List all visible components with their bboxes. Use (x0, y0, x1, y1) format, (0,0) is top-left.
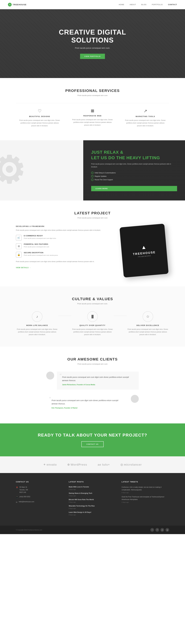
nav-about[interactable]: ABOUT (130, 4, 136, 6)
social-twitter[interactable]: t (150, 528, 154, 532)
check-icon-2 (91, 175, 94, 178)
service-responsive-web: ▦ RESPONSIVE WEB Proin iaculis purus con… (69, 106, 116, 130)
heavy-right-panel: JUST RELAX & LET US DO THE HEAVY LIFTING… (83, 140, 185, 200)
check-icon-3 (91, 178, 94, 181)
ecommerce-icon: 🛒 (16, 235, 22, 241)
hero-content: CREATIVE DIGITAL SOLUTIONS Proin iaculis… (59, 28, 126, 59)
social-icons: t f p g (150, 528, 169, 532)
logo-text: TREEHOUSE (13, 4, 26, 6)
footer-contact: CONTACT US 📍 55 Main St Toronto, ON M1R … (16, 481, 63, 518)
footer-bottom: © Copyright 2014 FreelancerXpress.com t … (0, 526, 185, 534)
cta-title: READY TO TALK ABOUT YOUR NEXT PROJECT? (16, 433, 169, 438)
phone-icon: 📱 (16, 496, 18, 499)
footer-grid: CONTACT US 📍 55 Main St Toronto, ON M1R … (16, 481, 169, 518)
culture-section: CULTURE & VALUES Proin iaculis purus con… (0, 286, 185, 346)
value-excellence: ☆ DELIVER EXCELLENCE Proin iaculis purus… (127, 311, 169, 336)
post-link-5[interactable]: Learn Web Design In 30 Days! (69, 511, 116, 513)
learn-more-button[interactable]: LEARN MORE (91, 186, 177, 191)
culture-subtitle: Proin iaculis purus consequat sem cure. (16, 303, 169, 305)
social-google[interactable]: g (166, 528, 169, 532)
tweet-1: Confucius: Life is really simple, but we… (122, 486, 169, 494)
partner-envato: ✦ envato (43, 463, 57, 466)
footer-phone-text: (416) 555-5252 (19, 496, 30, 498)
post-4: Wearable Technology On The Rise 8 days a… (69, 505, 116, 510)
email-icon: ✉ (16, 501, 17, 504)
project-desc-1: Proin iaculis purus consequat sem cure d… (16, 229, 111, 232)
nav-blog[interactable]: BLOG (141, 4, 147, 6)
post-date-4: 8 days ago (69, 508, 76, 509)
footer-tweets: LATEST TWEETS Confucius: Life is really … (122, 481, 169, 518)
footer-address-text: 55 Main St Toronto, ON M1R 1A6 (19, 486, 28, 494)
project-left: DEVELOPING A FRAMEWORK Proin iaculis pur… (16, 226, 111, 269)
footer-phone: 📱 (416) 555-5252 (16, 496, 63, 499)
footer-email-text: hello@treehouse.com (19, 500, 34, 503)
contact-us-button[interactable]: CONTACT US (81, 441, 103, 447)
value-text-1: Proin iaculis purus consequat sem cure d… (16, 328, 58, 336)
tweet-text-1: Confucius: Life is really simple, but we… (122, 486, 162, 490)
heavy-left-panel: ⚙ (0, 140, 83, 200)
value-title-2: QUALITY OVER QUANTITY (80, 324, 105, 326)
post-link-3[interactable]: Bitcoin Will Soon Rule The World (69, 499, 116, 500)
avatar-2 (131, 395, 139, 403)
clients-section: OUR AWESOME CLIENTS Proin iaculis purus … (0, 346, 185, 424)
services-grid: ♡ BEAUTIFUL DESIGNS Proin iaculis purus … (16, 106, 169, 130)
post-date-2: 8 days ago (69, 495, 76, 496)
testimonial-author-1: Jamie Richardson, Founder of Cocoa Media (62, 384, 134, 386)
nav-contact[interactable]: CONTACT (168, 4, 177, 6)
heavy-description: Proin iaculis purus consequat sem cure d… (91, 163, 177, 168)
cta-banner: READY TO TALK ABOUT YOUR NEXT PROJECT? C… (0, 424, 185, 456)
post-2: Startup News & Emerging Tech 8 days ago (69, 492, 116, 497)
hero-subtitle: Proin iaculis purus consequat sem cure. (59, 47, 126, 49)
post-link-2[interactable]: Startup News & Emerging Tech (69, 492, 116, 494)
feature-ecommerce: 🛒 E-Commerce Ready Proin iaculis purus c… (16, 235, 111, 241)
navbar: TREEHOUSE HOME ABOUT BLOG PORTFOLIO CONT… (0, 0, 185, 9)
post-link-4[interactable]: Wearable Technology On The Rise (69, 505, 116, 507)
logo[interactable]: TREEHOUSE (8, 3, 26, 6)
value-work-life: ♪ WORK-LIFE BALANCE Proin iaculis purus … (16, 311, 58, 336)
tweet-time-1: 8 days ago (122, 492, 169, 494)
footer: CONTACT US 📍 55 Main St Toronto, ON M1R … (0, 473, 185, 526)
feature-encryption: 🔒 Secure Encryption Proin iaculis purus … (16, 252, 111, 258)
social-pinterest[interactable]: p (161, 528, 164, 532)
checklist-item-2: Regular Updates (91, 175, 177, 178)
quality-icon: ▐▌ (87, 311, 98, 322)
nav-home[interactable]: HOME (119, 4, 124, 6)
post-date-5: 8 days ago (69, 514, 76, 516)
service-title-3: MARKETING TOOLS (124, 116, 167, 118)
service-marketing-tools: ↗ MARKETING TOOLS Proin iaculis purus co… (122, 106, 169, 130)
seo-text: Powerful SEO Features Proin iaculis puru… (24, 243, 49, 248)
tablet-tree-icon: ▲ (132, 243, 155, 251)
nav-portfolio[interactable]: PORTFOLIO (152, 4, 163, 6)
clients-subtitle: Proin iaculis purus consequat sem cure (16, 363, 169, 365)
gear-background-icon: ⚙ (0, 152, 25, 189)
ecommerce-text: E-Commerce Ready Proin iaculis purus con… (24, 235, 56, 240)
post-link-1[interactable]: Made With Love In Toronto (69, 486, 116, 488)
service-text-3: Proin iaculis purus consequat sem cure d… (124, 119, 167, 127)
footer-posts-title: LATEST POSTS (69, 481, 116, 483)
nav-menu: HOME ABOUT BLOG PORTFOLIO CONTACT (119, 4, 177, 6)
view-details-link[interactable]: VIEW DETAILS → (16, 267, 31, 268)
hero-cta-button[interactable]: VIEW PORTFOLIO (80, 54, 105, 59)
partner-wordpress: ⊕ WordPress (67, 463, 87, 466)
tweet-time-2: 2 days ago (122, 501, 169, 504)
post-1: Made With Love In Toronto 8 days ago (69, 486, 116, 490)
testimonial-text-2: Proin iaculis purus consequat sem cure d… (51, 399, 123, 406)
logo-icon (8, 3, 12, 6)
services-section: PROFESSIONAL SERVICES Proin iaculis puru… (0, 78, 185, 140)
location-icon: 📍 (16, 486, 18, 489)
social-facebook[interactable]: f (155, 528, 159, 532)
project-subtitle: Proin iaculis purus consequat sem cure (16, 217, 169, 219)
heavy-checklist: Initial Setup & Customisations Regular U… (91, 172, 177, 182)
beautiful-designs-icon: ♡ (18, 108, 61, 114)
post-5: Learn Web Design In 30 Days! 8 days ago (69, 511, 116, 516)
post-date-3: 8 days ago (69, 501, 76, 503)
checklist-item-1: Initial Setup & Customisations (91, 172, 177, 174)
encryption-text: Secure Encryption Proin iaculis purus co… (24, 252, 58, 256)
checklist-item-3: Round The Clock Support (91, 178, 177, 181)
partners-section: ✦ envato ⊕ WordPress ae tuts+ ◎ microlan… (0, 456, 185, 473)
footer-tweets-title: LATEST TWEETS (122, 481, 169, 483)
tweet-text-2: Grab the Free Treehouse web template at … (122, 496, 164, 500)
post-date-1: 8 days ago (69, 488, 76, 490)
marketing-tools-icon: ↗ (124, 108, 167, 114)
project-dev-title: DEVELOPING A FRAMEWORK (16, 226, 111, 227)
